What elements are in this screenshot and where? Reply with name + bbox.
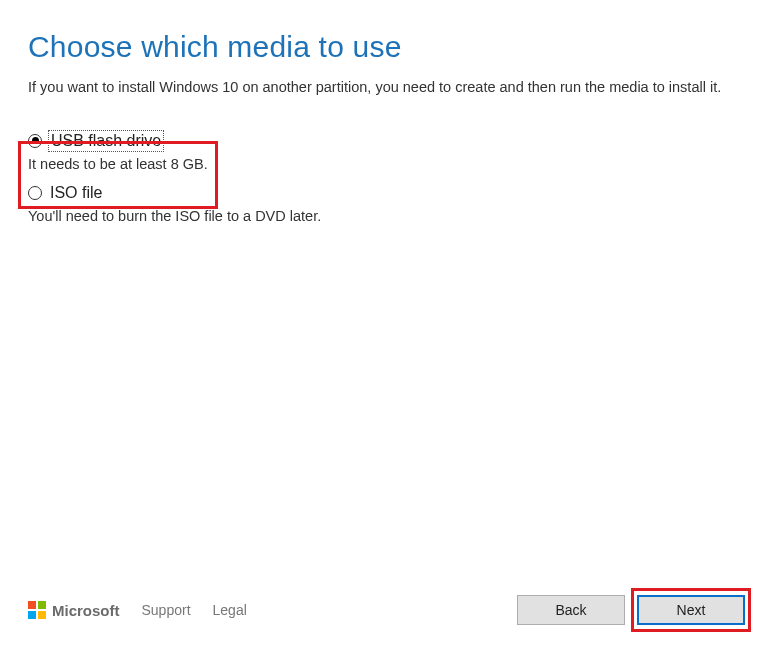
option-iso-description: You'll need to burn the ISO file to a DV… bbox=[28, 208, 745, 224]
option-iso[interactable]: ISO file You'll need to burn the ISO fil… bbox=[28, 184, 745, 224]
page-subtitle: If you want to install Windows 10 on ano… bbox=[28, 78, 745, 98]
legal-link[interactable]: Legal bbox=[213, 602, 247, 618]
support-link[interactable]: Support bbox=[142, 602, 191, 618]
page-title: Choose which media to use bbox=[28, 30, 745, 64]
next-button[interactable]: Next bbox=[637, 595, 745, 625]
microsoft-brand-text: Microsoft bbox=[52, 602, 120, 619]
back-button[interactable]: Back bbox=[517, 595, 625, 625]
microsoft-logo-icon bbox=[28, 601, 46, 619]
option-usb[interactable]: USB flash drive It needs to be at least … bbox=[28, 132, 745, 172]
option-usb-label: USB flash drive bbox=[50, 132, 162, 150]
microsoft-logo: Microsoft bbox=[28, 601, 120, 619]
radio-selected-icon[interactable] bbox=[28, 134, 42, 148]
option-usb-description: It needs to be at least 8 GB. bbox=[28, 156, 745, 172]
radio-unselected-icon[interactable] bbox=[28, 186, 42, 200]
option-iso-label: ISO file bbox=[50, 184, 102, 202]
